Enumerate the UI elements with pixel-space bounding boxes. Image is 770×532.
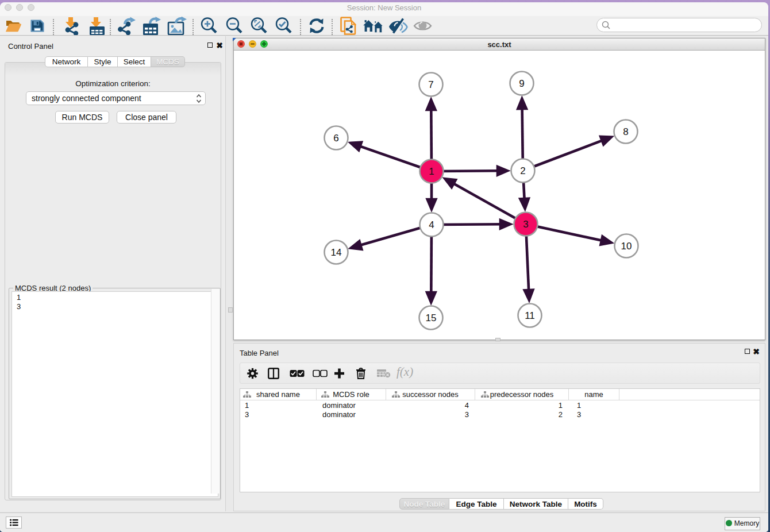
- svg-text:2: 2: [520, 165, 525, 176]
- svg-text:14: 14: [331, 247, 342, 258]
- svg-text:11: 11: [525, 310, 535, 321]
- svg-text:4: 4: [429, 219, 434, 230]
- svg-text:1: 1: [429, 166, 434, 177]
- svg-text:6: 6: [333, 133, 338, 144]
- svg-text:9: 9: [519, 78, 524, 89]
- svg-text:10: 10: [621, 241, 632, 252]
- svg-text:7: 7: [428, 79, 433, 90]
- svg-text:15: 15: [426, 313, 437, 323]
- svg-text:3: 3: [523, 219, 528, 230]
- svg-text:8: 8: [623, 126, 628, 137]
